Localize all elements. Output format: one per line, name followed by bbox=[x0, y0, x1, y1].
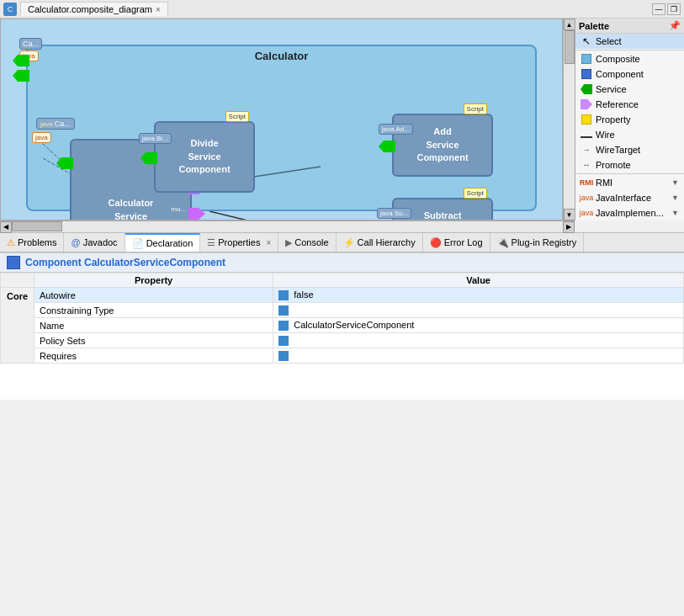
palette-item-javaiface[interactable]: java JavaInterface ▼ bbox=[575, 190, 684, 205]
canvas-main: Calculator Ca... java javaCa... java bbox=[0, 19, 684, 232]
tab-errorlog[interactable]: 🔴 Error Log bbox=[423, 233, 490, 252]
component-icon bbox=[581, 68, 592, 80]
prop-value-icon-4 bbox=[278, 336, 289, 346]
javadoc-icon: @ bbox=[71, 237, 80, 247]
javaimpl-icon: java bbox=[581, 207, 592, 219]
tab-javadoc-label: Javadoc bbox=[83, 237, 118, 247]
tab-callhierarchy[interactable]: ⚡ Call Hierarchy bbox=[337, 233, 423, 252]
tab-errorlog-label: Error Log bbox=[444, 237, 483, 247]
title-bar: C Calculator.composite_diagram × — ❐ bbox=[0, 0, 684, 19]
port-label-mu: mu... bbox=[171, 205, 186, 213]
palette-panel: Palette 📌 ↖ Select Composite Compo bbox=[575, 19, 684, 220]
prop-row-constraining[interactable]: Constraining Type bbox=[1, 303, 684, 318]
palette-item-select[interactable]: ↖ Select bbox=[575, 34, 684, 49]
tab-javadoc[interactable]: @ Javadoc bbox=[64, 233, 125, 252]
vertical-scrollbar[interactable]: ▲ ▼ bbox=[563, 19, 575, 220]
prop-row-autowire[interactable]: Core Autowire false bbox=[1, 288, 684, 303]
scroll-left-button[interactable]: ◀ bbox=[0, 221, 12, 233]
prop-row-name[interactable]: Name CalculatorServiceComponent bbox=[1, 318, 684, 333]
prop-name-constraining: Constraining Type bbox=[34, 303, 273, 318]
properties-table: Property Value Core Autowire false Const… bbox=[0, 273, 684, 364]
div-script: Script bbox=[225, 111, 249, 122]
prop-row-policysets[interactable]: Policy Sets bbox=[1, 333, 684, 348]
tab-problems[interactable]: ⚠ Problems bbox=[0, 233, 64, 252]
properties-title: Component CalculatorServiceComponent bbox=[25, 257, 225, 268]
palette-item-reference[interactable]: Reference bbox=[575, 97, 684, 112]
palette-item-composite[interactable]: Composite bbox=[575, 51, 684, 66]
palette-service-label: Service bbox=[596, 84, 627, 94]
div-java-chip: java Bi... bbox=[139, 133, 172, 144]
sub-java-chip: java Su... bbox=[377, 208, 411, 219]
property-icon bbox=[581, 114, 592, 125]
palette-divider-2 bbox=[575, 173, 684, 174]
minimize-button[interactable]: — bbox=[652, 3, 665, 15]
prop-col-property: Property bbox=[34, 273, 273, 288]
palette-item-wire[interactable]: Wire bbox=[575, 127, 684, 142]
palette-rmi-label: RMI bbox=[596, 178, 612, 188]
palette-select-label: Select bbox=[596, 36, 622, 46]
prop-value-icon-2 bbox=[278, 305, 289, 316]
diagram-canvas[interactable]: Calculator Ca... java javaCa... java bbox=[0, 19, 563, 220]
palette-item-promote[interactable]: ↔ Promote bbox=[575, 157, 684, 173]
java-chip2: java bbox=[32, 132, 51, 143]
tab-properties[interactable]: ☰ Properties × bbox=[200, 233, 278, 252]
palette-reference-label: Reference bbox=[596, 99, 639, 109]
port-ref-mu bbox=[188, 208, 205, 220]
palette-item-component[interactable]: Component bbox=[575, 66, 684, 82]
prop-core-cell-1: Core bbox=[1, 288, 34, 364]
pluginreg-icon: 🔌 bbox=[497, 237, 509, 248]
javaiface-icon: java bbox=[581, 192, 592, 204]
scroll-down-button[interactable]: ▼ bbox=[564, 209, 575, 220]
scroll-track-v[interactable] bbox=[564, 30, 575, 209]
calc-label: CalculatorServiceComponent bbox=[105, 198, 156, 220]
javaimpl-expand-icon[interactable]: ▼ bbox=[671, 209, 679, 217]
scroll-track-h[interactable] bbox=[12, 221, 563, 232]
java-ca-chip: javaCa... bbox=[36, 118, 75, 130]
prop-value-constraining bbox=[273, 303, 684, 318]
palette-header: Palette 📌 bbox=[575, 19, 684, 34]
palette-item-rmi[interactable]: RMI RMI ▼ bbox=[575, 175, 684, 190]
properties-panel: Component CalculatorServiceComponent Pro… bbox=[0, 252, 684, 400]
ext-service-port2 bbox=[13, 70, 29, 82]
palette-pin-icon[interactable]: 📌 bbox=[669, 20, 681, 31]
horizontal-scrollbar[interactable]: ◀ ▶ bbox=[0, 220, 575, 232]
palette-item-property[interactable]: Property bbox=[575, 112, 684, 127]
prop-name-policysets: Policy Sets bbox=[34, 333, 273, 348]
scroll-up-button[interactable]: ▲ bbox=[564, 19, 575, 30]
prop-name-requires: Requires bbox=[34, 348, 273, 364]
rmi-expand-icon[interactable]: ▼ bbox=[671, 178, 679, 187]
palette-wire-label: Wire bbox=[596, 130, 615, 140]
tab-console[interactable]: ▶ Console bbox=[278, 233, 336, 252]
tab-declaration-label: Declaration bbox=[146, 238, 194, 248]
palette-item-wiretarget[interactable]: → WireTarget bbox=[575, 142, 684, 157]
service-icon bbox=[581, 83, 592, 95]
reference-icon bbox=[581, 98, 592, 110]
scroll-right-button[interactable]: ▶ bbox=[563, 221, 575, 233]
tab-properties-label: Properties bbox=[218, 237, 260, 247]
window-controls: — ❐ bbox=[652, 3, 681, 15]
tab-close-icon[interactable]: × bbox=[156, 5, 161, 14]
wire-icon bbox=[581, 129, 592, 141]
svg-line-1 bbox=[209, 211, 321, 220]
tab-pluginreg-label: Plug-in Registry bbox=[512, 237, 577, 247]
scroll-thumb-v[interactable] bbox=[565, 30, 575, 64]
wiretarget-icon: → bbox=[581, 144, 592, 156]
palette-composite-label: Composite bbox=[596, 54, 640, 64]
palette-item-service[interactable]: Service bbox=[575, 82, 684, 97]
palette-item-javaimpl[interactable]: java JavaImplemen... ▼ bbox=[575, 205, 684, 220]
scroll-thumb-h[interactable] bbox=[12, 221, 62, 231]
tab-pluginreg[interactable]: 🔌 Plug-in Registry bbox=[490, 233, 585, 252]
palette-property-label: Property bbox=[596, 114, 631, 125]
prop-row-requires[interactable]: Requires bbox=[1, 348, 684, 364]
add-java-chip: java Ad... bbox=[379, 124, 413, 135]
properties-header: Component CalculatorServiceComponent bbox=[0, 253, 684, 273]
tab-title: Calculator.composite_diagram bbox=[28, 4, 152, 14]
properties-close-icon[interactable]: × bbox=[266, 238, 271, 247]
editor-tab[interactable]: Calculator.composite_diagram × bbox=[20, 2, 168, 16]
rmi-icon: RMI bbox=[581, 177, 592, 189]
restore-button[interactable]: ❐ bbox=[667, 3, 681, 15]
port-service-left bbox=[56, 157, 73, 169]
component-header-icon bbox=[7, 256, 20, 269]
javaiface-expand-icon[interactable]: ▼ bbox=[671, 194, 679, 202]
tab-declaration[interactable]: 📄 Declaration bbox=[125, 233, 201, 252]
